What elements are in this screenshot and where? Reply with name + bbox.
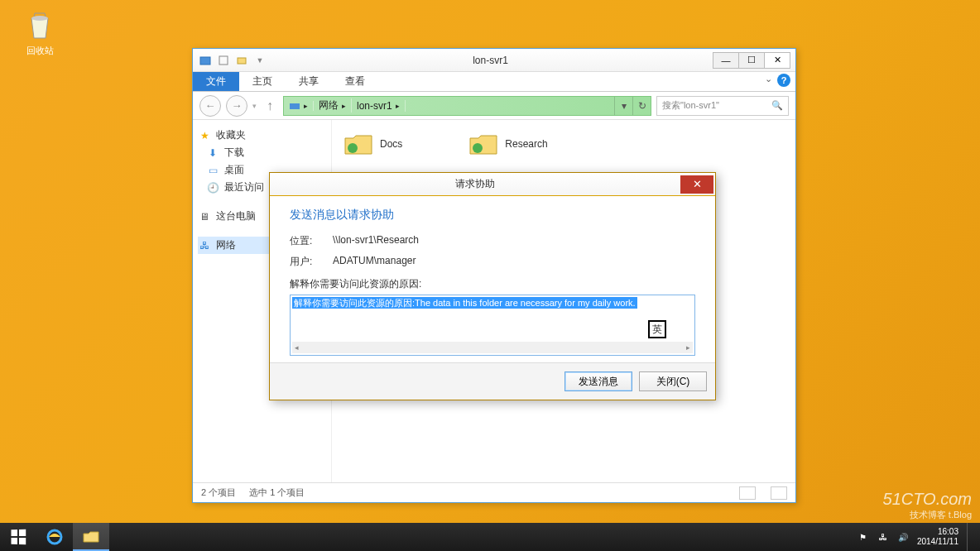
forward-button[interactable]: → xyxy=(226,95,247,117)
up-button[interactable]: ↑ xyxy=(262,98,278,114)
start-button[interactable] xyxy=(0,523,36,551)
svg-rect-1 xyxy=(200,57,210,65)
view-details-button[interactable] xyxy=(739,486,756,500)
dialog-heading: 发送消息以请求协助 xyxy=(290,208,695,223)
tab-share[interactable]: 共享 xyxy=(286,72,332,91)
title-bar[interactable]: ▼ lon-svr1 — ☐ ✕ xyxy=(193,49,795,72)
horizontal-scrollbar[interactable]: ◂▸ xyxy=(292,342,693,353)
network-drive-icon xyxy=(289,101,300,111)
user-label: 用户: xyxy=(290,255,326,269)
breadcrumb-host[interactable]: lon-svr1 xyxy=(357,100,392,112)
folder-research[interactable]: Research xyxy=(468,132,547,156)
help-icon[interactable]: ? xyxy=(777,74,790,87)
taskbar: ⚑ 🖧 🔊 16:03 2014/11/11 xyxy=(0,523,980,551)
folder-icon xyxy=(468,132,498,156)
tab-file[interactable]: 文件 xyxy=(193,72,239,91)
dialog-title: 请求协助 xyxy=(270,177,680,191)
system-tray: ⚑ 🖧 🔊 16:03 2014/11/11 xyxy=(858,523,980,551)
address-bar[interactable]: ▸ 网络▸ lon-svr1▸ ▾ ↻ xyxy=(283,96,651,116)
status-bar: 2 个项目 选中 1 个项目 xyxy=(193,482,795,502)
folder-docs[interactable]: Docs xyxy=(343,132,402,156)
window-title: lon-svr1 xyxy=(267,55,713,66)
qat-dropdown[interactable]: ▼ xyxy=(252,53,267,68)
dialog-titlebar[interactable]: 请求协助 ✕ xyxy=(270,173,715,196)
recent-icon: 🕘 xyxy=(206,181,219,194)
minimize-button[interactable]: — xyxy=(713,52,739,69)
pc-icon: 🖥 xyxy=(198,210,211,223)
qat-properties[interactable] xyxy=(216,53,231,68)
ribbon: 文件 主页 共享 查看 ⌄ ? xyxy=(193,72,795,92)
breadcrumb-network[interactable]: 网络 xyxy=(319,98,339,113)
taskbar-explorer[interactable] xyxy=(73,523,109,551)
send-button[interactable]: 发送消息 xyxy=(564,371,632,391)
folder-label: Research xyxy=(505,138,547,150)
svg-rect-4 xyxy=(290,103,300,109)
sidebar-favorites[interactable]: ★收藏夹 xyxy=(198,127,326,144)
download-icon: ⬇ xyxy=(206,146,219,160)
desktop-icon: ▭ xyxy=(206,164,219,177)
search-placeholder: 搜索"lon-svr1" xyxy=(662,99,719,112)
request-assistance-dialog: 请求协助 ✕ 发送消息以请求协助 位置: \\lon-svr1\Research… xyxy=(269,172,716,400)
view-large-button[interactable] xyxy=(771,486,787,500)
back-button[interactable]: ← xyxy=(199,95,221,117)
reason-textarea[interactable]: 解释你需要访问此资源的原因:The data in this folder ar… xyxy=(290,295,695,356)
location-label: 位置: xyxy=(290,234,326,248)
reason-label: 解释你需要访问此资源的原因: xyxy=(290,277,695,291)
svg-point-5 xyxy=(348,143,358,153)
svg-rect-3 xyxy=(238,58,246,64)
recycle-bin-icon[interactable]: 回收站 xyxy=(15,8,65,57)
folder-label: Docs xyxy=(380,138,402,150)
addr-dropdown-icon[interactable]: ▾ xyxy=(614,97,632,115)
folder-icon xyxy=(343,132,373,156)
qat-appicon[interactable] xyxy=(198,53,213,68)
dialog-close-button[interactable]: ✕ xyxy=(680,175,713,194)
nav-bar: ← → ▾ ↑ ▸ 网络▸ lon-svr1▸ ▾ ↻ 搜索"lon-svr1"… xyxy=(193,92,795,120)
search-icon: 🔍 xyxy=(771,100,783,111)
status-selected: 选中 1 个项目 xyxy=(249,486,305,499)
reason-text: 解释你需要访问此资源的原因:The data in this folder ar… xyxy=(292,297,637,309)
recycle-bin-label: 回收站 xyxy=(15,45,65,57)
location-value: \\lon-svr1\Research xyxy=(333,234,419,248)
refresh-button[interactable]: ↻ xyxy=(632,97,651,115)
watermark: 51CTO.com 技术博客 t.Blog xyxy=(883,490,972,521)
ime-indicator[interactable]: 英 xyxy=(648,320,666,338)
search-input[interactable]: 搜索"lon-svr1" 🔍 xyxy=(656,96,789,116)
status-count: 2 个项目 xyxy=(201,486,236,499)
close-button[interactable]: ✕ xyxy=(764,52,790,69)
windows-logo-icon xyxy=(11,529,26,545)
user-value: ADATUM\manager xyxy=(333,255,416,269)
sidebar-downloads[interactable]: ⬇下载 xyxy=(198,144,326,161)
history-dropdown-icon[interactable]: ▾ xyxy=(252,102,257,110)
qat-newfolder[interactable] xyxy=(234,53,249,68)
tray-network-icon[interactable]: 🖧 xyxy=(877,531,889,543)
network-icon: 🖧 xyxy=(198,239,211,252)
svg-point-6 xyxy=(473,143,483,153)
tab-view[interactable]: 查看 xyxy=(332,72,378,91)
svg-rect-2 xyxy=(219,56,228,65)
maximize-button[interactable]: ☐ xyxy=(738,52,765,69)
taskbar-ie[interactable] xyxy=(36,523,73,551)
cancel-button[interactable]: 关闭(C) xyxy=(639,371,707,391)
taskbar-clock[interactable]: 16:03 2014/11/11 xyxy=(917,527,958,547)
show-desktop-button[interactable] xyxy=(967,523,973,551)
star-icon: ★ xyxy=(198,129,211,142)
ribbon-expand-icon[interactable]: ⌄ xyxy=(765,74,772,87)
tray-flag-icon[interactable]: ⚑ xyxy=(858,531,869,543)
tray-volume-icon[interactable]: 🔊 xyxy=(897,531,909,543)
tab-home[interactable]: 主页 xyxy=(239,72,286,91)
